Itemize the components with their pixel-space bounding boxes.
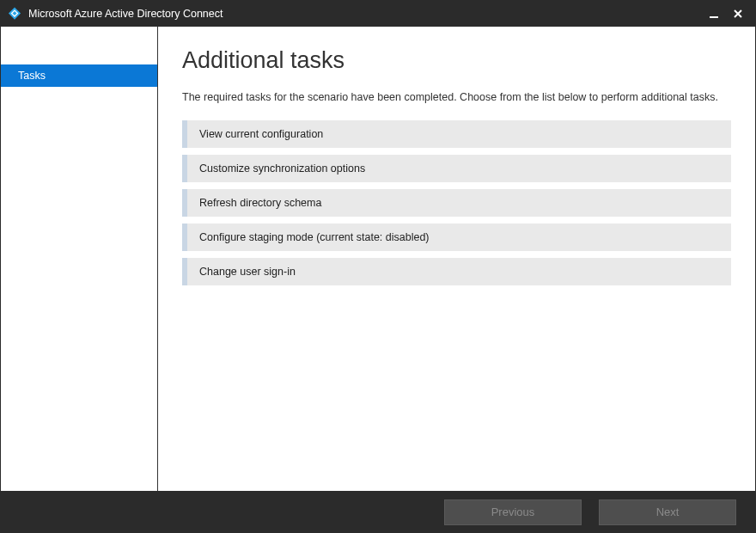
task-refresh-schema[interactable]: Refresh directory schema [182,189,731,217]
main-panel: Additional tasks The required tasks for … [158,27,755,491]
task-label: Change user sign-in [199,266,296,278]
sidebar: Tasks [1,27,158,491]
content-area: Tasks Additional tasks The required task… [1,27,755,491]
task-list: View current configuration Customize syn… [182,120,731,285]
sidebar-item-tasks[interactable]: Tasks [1,64,157,87]
task-view-config[interactable]: View current configuration [182,120,731,148]
minimize-button[interactable] [702,2,726,26]
task-label: Customize synchronization options [199,162,365,175]
task-label: Configure staging mode (current state: d… [199,231,430,243]
task-change-signin[interactable]: Change user sign-in [182,258,731,285]
page-title: Additional tasks [182,47,731,74]
svg-rect-3 [710,16,718,18]
button-label: Previous [491,505,535,518]
task-label: Refresh directory schema [199,197,321,209]
sidebar-item-label: Tasks [18,70,46,82]
task-label: View current configuration [199,128,323,140]
button-label: Next [656,505,680,518]
footer: Previous Next [1,491,755,533]
previous-button[interactable]: Previous [444,499,582,525]
window-title: Microsoft Azure Active Directory Connect [28,8,223,20]
titlebar: Microsoft Azure Active Directory Connect [1,1,755,27]
next-button[interactable]: Next [599,499,736,525]
close-button[interactable] [726,2,750,26]
task-customize-sync[interactable]: Customize synchronization options [182,155,731,182]
task-staging-mode[interactable]: Configure staging mode (current state: d… [182,224,731,251]
page-description: The required tasks for the scenario have… [182,89,723,105]
app-icon [8,7,21,21]
